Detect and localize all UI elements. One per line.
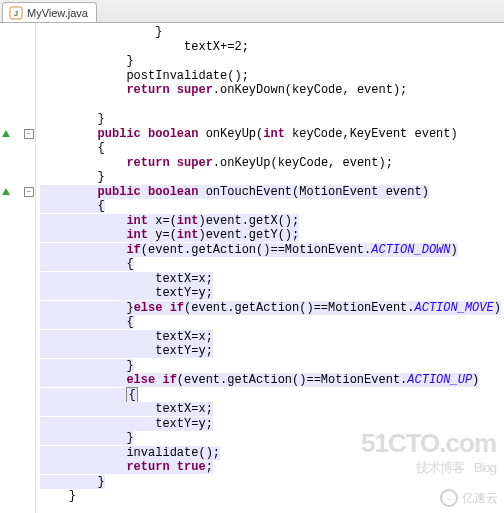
code-line[interactable]: { (40, 315, 504, 330)
code-line[interactable]: textY=y; (40, 344, 504, 359)
code-line[interactable]: } (40, 25, 504, 40)
code-line[interactable]: public boolean onTouchEvent(MotionEvent … (40, 185, 504, 200)
code-line[interactable]: postInvalidate(); (40, 69, 504, 84)
gutter[interactable]: − − (0, 23, 36, 513)
code-line[interactable]: } (40, 359, 504, 374)
code-line[interactable]: textX=x; (40, 402, 504, 417)
code-line[interactable]: { (40, 388, 504, 403)
fold-toggle-icon[interactable]: − (24, 187, 34, 197)
code-line[interactable]: int x=(int)event.getX(); (40, 214, 504, 229)
tab-bar: J MyView.java (0, 0, 504, 23)
java-file-icon: J (9, 6, 23, 20)
code-line[interactable]: else if(event.getAction()==MotionEvent.A… (40, 373, 504, 388)
code-line[interactable]: { (40, 257, 504, 272)
code-line[interactable]: } (40, 475, 504, 490)
code-line[interactable]: return super.onKeyDown(keyCode, event); (40, 83, 504, 98)
code-line[interactable]: } (40, 54, 504, 69)
override-triangle-icon (2, 188, 10, 195)
code-line[interactable]: } (40, 112, 504, 127)
code-line[interactable]: int y=(int)event.getY(); (40, 228, 504, 243)
code-line[interactable]: textY=y; (40, 286, 504, 301)
code-line[interactable]: invalidate(); (40, 446, 504, 461)
code-line[interactable]: textX=x; (40, 272, 504, 287)
code-line[interactable]: { (40, 141, 504, 156)
code-line[interactable]: textX+=2; (40, 40, 504, 55)
override-marker[interactable]: − (0, 185, 36, 199)
editor: − − } textX+=2; } postInvalidate(); retu… (0, 23, 504, 513)
code-line[interactable]: }else if(event.getAction()==MotionEvent.… (40, 301, 504, 316)
editor-tab[interactable]: J MyView.java (2, 2, 97, 22)
svg-text:J: J (14, 9, 18, 18)
code-line[interactable]: } (40, 489, 504, 504)
fold-toggle-icon[interactable]: − (24, 129, 34, 139)
code-area[interactable]: } textX+=2; } postInvalidate(); return s… (36, 23, 504, 513)
code-line[interactable] (40, 98, 504, 113)
code-line[interactable]: public boolean onKeyUp(int keyCode,KeyEv… (40, 127, 504, 142)
override-triangle-icon (2, 130, 10, 137)
code-line[interactable]: } (40, 170, 504, 185)
code-line[interactable]: if(event.getAction()==MotionEvent.ACTION… (40, 243, 504, 258)
code-line[interactable]: return true; (40, 460, 504, 475)
code-line[interactable]: return super.onKeyUp(keyCode, event); (40, 156, 504, 171)
code-line[interactable]: textX=x; (40, 330, 504, 345)
code-line[interactable]: textY=y; (40, 417, 504, 432)
override-marker[interactable]: − (0, 127, 36, 141)
code-line[interactable]: } (40, 431, 504, 446)
code-line[interactable]: { (40, 199, 504, 214)
tab-title: MyView.java (27, 7, 88, 19)
